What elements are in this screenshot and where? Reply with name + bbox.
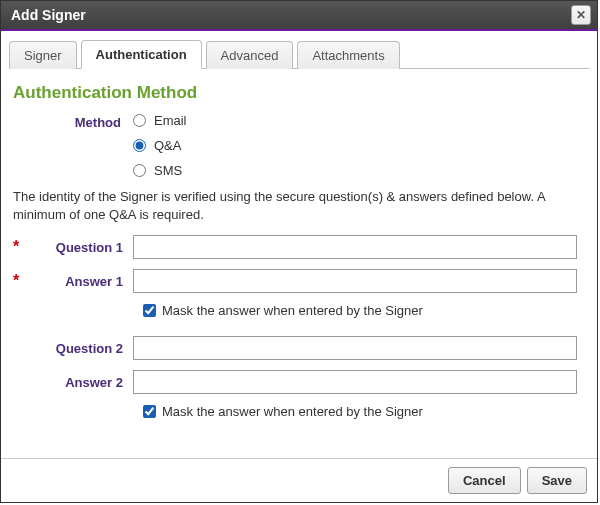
description: The identity of the Signer is verified u… <box>13 188 585 223</box>
titlebar: Add Signer ✕ <box>1 1 597 31</box>
answer1-label: Answer 1 <box>31 274 133 289</box>
radio-sms-label: SMS <box>154 163 182 178</box>
radio-email[interactable]: Email <box>133 113 187 128</box>
radio-qa-label: Q&A <box>154 138 181 153</box>
question1-input[interactable] <box>133 235 577 259</box>
method-row: Method Email Q&A SMS <box>13 113 585 178</box>
radio-qa[interactable]: Q&A <box>133 138 187 153</box>
content: Authentication Method Method Email Q&A S… <box>1 69 597 419</box>
method-radios: Email Q&A SMS <box>133 113 187 178</box>
question2-input[interactable] <box>133 336 577 360</box>
tab-attachments[interactable]: Attachments <box>297 41 399 69</box>
answer1-input[interactable] <box>133 269 577 293</box>
question1-label: Question 1 <box>31 240 133 255</box>
answer2-label: Answer 2 <box>31 375 133 390</box>
mask2-label: Mask the answer when entered by the Sign… <box>162 404 423 419</box>
add-signer-dialog: Add Signer ✕ Signer Authentication Advan… <box>0 0 598 503</box>
question2-label: Question 2 <box>31 341 133 356</box>
radio-email-input[interactable] <box>133 114 146 127</box>
tabs-container: Signer Authentication Advanced Attachmen… <box>1 31 597 69</box>
mask2-row: Mask the answer when entered by the Sign… <box>143 404 585 419</box>
section-title: Authentication Method <box>13 83 585 103</box>
tab-authentication[interactable]: Authentication <box>81 40 202 69</box>
dialog-title: Add Signer <box>11 7 86 23</box>
tab-advanced[interactable]: Advanced <box>206 41 294 69</box>
radio-sms-input[interactable] <box>133 164 146 177</box>
tabs: Signer Authentication Advanced Attachmen… <box>9 39 589 69</box>
footer: Cancel Save <box>1 458 597 502</box>
question1-row: * Question 1 <box>13 235 585 259</box>
save-button[interactable]: Save <box>527 467 587 494</box>
radio-qa-input[interactable] <box>133 139 146 152</box>
mask1-row: Mask the answer when entered by the Sign… <box>143 303 585 318</box>
answer2-input[interactable] <box>133 370 577 394</box>
mask1-label: Mask the answer when entered by the Sign… <box>162 303 423 318</box>
mask1-checkbox[interactable] <box>143 304 156 317</box>
required-icon: * <box>13 238 31 256</box>
answer2-row: Answer 2 <box>13 370 585 394</box>
radio-email-label: Email <box>154 113 187 128</box>
answer1-row: * Answer 1 <box>13 269 585 293</box>
close-button[interactable]: ✕ <box>571 5 591 25</box>
required-icon: * <box>13 272 31 290</box>
cancel-button[interactable]: Cancel <box>448 467 521 494</box>
tab-signer[interactable]: Signer <box>9 41 77 69</box>
method-label: Method <box>13 113 133 130</box>
mask2-checkbox[interactable] <box>143 405 156 418</box>
close-icon: ✕ <box>576 8 586 22</box>
radio-sms[interactable]: SMS <box>133 163 187 178</box>
question2-row: Question 2 <box>13 336 585 360</box>
